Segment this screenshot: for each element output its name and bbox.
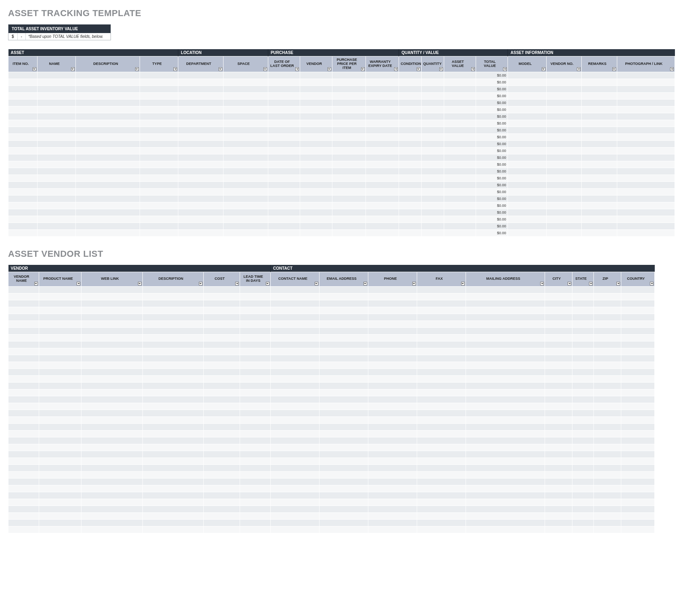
cell[interactable] bbox=[545, 512, 572, 519]
column-header-cost[interactable]: COST bbox=[203, 272, 240, 286]
column-header-quantity[interactable]: QUANTITY bbox=[421, 56, 444, 72]
filter-dropdown-icon[interactable] bbox=[173, 67, 177, 71]
cell[interactable] bbox=[140, 229, 178, 236]
cell[interactable] bbox=[466, 451, 545, 458]
cell[interactable] bbox=[421, 120, 444, 127]
cell[interactable] bbox=[366, 120, 399, 127]
cell[interactable] bbox=[240, 458, 271, 464]
column-header-asset-value[interactable]: ASSET VALUE bbox=[444, 56, 476, 72]
cell[interactable] bbox=[270, 382, 319, 389]
cell[interactable] bbox=[203, 396, 240, 403]
cell[interactable] bbox=[572, 368, 594, 375]
cell[interactable] bbox=[594, 327, 621, 334]
cell[interactable] bbox=[203, 512, 240, 519]
cell[interactable] bbox=[268, 106, 300, 113]
cell[interactable] bbox=[466, 506, 545, 512]
column-header-email-address[interactable]: EMAIL ADDRESS bbox=[319, 272, 368, 286]
cell[interactable] bbox=[8, 327, 39, 334]
cell[interactable] bbox=[572, 423, 594, 430]
cell[interactable] bbox=[546, 120, 581, 127]
cell[interactable] bbox=[8, 389, 39, 396]
cell[interactable] bbox=[546, 154, 581, 161]
filter-dropdown-icon[interactable] bbox=[439, 67, 443, 71]
cell[interactable] bbox=[37, 223, 75, 229]
cell[interactable] bbox=[203, 327, 240, 334]
cell[interactable] bbox=[417, 444, 466, 451]
cell[interactable] bbox=[466, 286, 545, 293]
cell[interactable] bbox=[594, 300, 621, 307]
cell[interactable] bbox=[140, 147, 178, 154]
cell[interactable] bbox=[319, 368, 368, 375]
cell[interactable] bbox=[223, 120, 268, 127]
cell[interactable] bbox=[621, 492, 655, 499]
cell[interactable] bbox=[37, 202, 75, 209]
cell[interactable] bbox=[8, 120, 38, 127]
cell[interactable] bbox=[417, 492, 466, 499]
cell[interactable] bbox=[37, 133, 75, 140]
cell[interactable] bbox=[582, 72, 617, 79]
cell[interactable] bbox=[75, 168, 140, 175]
cell[interactable] bbox=[421, 133, 444, 140]
cell[interactable] bbox=[466, 307, 545, 314]
cell[interactable] bbox=[621, 368, 655, 375]
cell[interactable] bbox=[81, 430, 142, 437]
cell[interactable] bbox=[300, 127, 332, 133]
filter-dropdown-icon[interactable] bbox=[589, 282, 593, 285]
column-header-type[interactable]: TYPE bbox=[140, 56, 178, 72]
cell[interactable] bbox=[572, 355, 594, 362]
cell[interactable] bbox=[39, 334, 81, 341]
cell[interactable] bbox=[466, 341, 545, 348]
cell[interactable] bbox=[399, 106, 422, 113]
cell[interactable] bbox=[178, 79, 223, 85]
cell[interactable] bbox=[466, 300, 545, 307]
cell[interactable] bbox=[508, 99, 546, 106]
cell[interactable] bbox=[8, 368, 39, 375]
cell[interactable] bbox=[421, 161, 444, 168]
cell[interactable] bbox=[366, 92, 399, 99]
cell[interactable] bbox=[508, 92, 546, 99]
cell[interactable] bbox=[240, 341, 271, 348]
cell[interactable] bbox=[417, 499, 466, 506]
cell[interactable] bbox=[572, 519, 594, 526]
cell[interactable] bbox=[240, 382, 271, 389]
filter-dropdown-icon[interactable] bbox=[417, 67, 420, 71]
cell[interactable] bbox=[75, 79, 140, 85]
cell[interactable] bbox=[203, 403, 240, 410]
cell[interactable] bbox=[140, 106, 178, 113]
cell[interactable] bbox=[39, 375, 81, 382]
cell[interactable] bbox=[545, 464, 572, 471]
cell[interactable] bbox=[300, 99, 332, 106]
cell[interactable] bbox=[81, 403, 142, 410]
cell[interactable] bbox=[417, 375, 466, 382]
cell[interactable] bbox=[617, 92, 675, 99]
cell[interactable] bbox=[142, 451, 203, 458]
cell[interactable]: $0.00 bbox=[476, 209, 508, 216]
cell[interactable] bbox=[546, 99, 581, 106]
cell[interactable] bbox=[466, 471, 545, 478]
cell[interactable] bbox=[8, 396, 39, 403]
cell[interactable] bbox=[270, 314, 319, 320]
cell[interactable] bbox=[508, 216, 546, 223]
cell[interactable] bbox=[621, 464, 655, 471]
cell[interactable] bbox=[319, 375, 368, 382]
column-header-contact-name[interactable]: CONTACT NAME bbox=[270, 272, 319, 286]
cell[interactable] bbox=[270, 334, 319, 341]
cell[interactable] bbox=[270, 519, 319, 526]
cell[interactable] bbox=[417, 362, 466, 368]
cell[interactable] bbox=[81, 341, 142, 348]
cell[interactable] bbox=[140, 127, 178, 133]
cell[interactable] bbox=[508, 195, 546, 202]
cell[interactable] bbox=[240, 444, 271, 451]
cell[interactable] bbox=[546, 85, 581, 92]
cell[interactable] bbox=[621, 307, 655, 314]
cell[interactable] bbox=[332, 133, 366, 140]
cell[interactable] bbox=[140, 154, 178, 161]
cell[interactable] bbox=[270, 485, 319, 492]
cell[interactable] bbox=[240, 389, 271, 396]
cell[interactable]: $0.00 bbox=[476, 161, 508, 168]
cell[interactable] bbox=[37, 99, 75, 106]
cell[interactable] bbox=[140, 161, 178, 168]
column-header-condition[interactable]: CONDITION bbox=[399, 56, 422, 72]
cell[interactable] bbox=[81, 362, 142, 368]
cell[interactable] bbox=[223, 223, 268, 229]
